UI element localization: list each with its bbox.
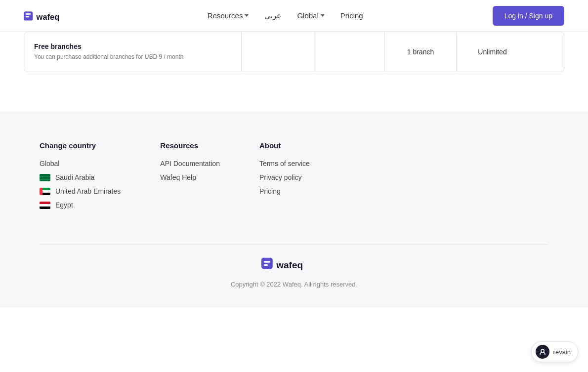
- footer-pricing-link[interactable]: Pricing: [259, 187, 281, 195]
- global-country-link[interactable]: Global: [40, 160, 59, 167]
- uae-country-row: United Arab Emirates: [40, 187, 121, 195]
- global-label: Global: [297, 11, 318, 20]
- svg-rect-5: [263, 261, 270, 262]
- unlimited-value: Unlimited: [478, 48, 506, 56]
- wafeq-help-link[interactable]: Wafeq Help: [160, 173, 196, 181]
- change-country-heading: Change country: [40, 141, 121, 150]
- login-signup-button[interactable]: Log in / Sign up: [493, 6, 564, 26]
- uae-country-label[interactable]: United Arab Emirates: [55, 187, 121, 195]
- nav-arabic-link[interactable]: عربي: [264, 11, 281, 20]
- col-3-cell: 1 branch: [385, 32, 457, 72]
- about-heading: About: [259, 141, 310, 150]
- nav-resources-item[interactable]: Resources: [208, 11, 249, 20]
- terms-of-service-item[interactable]: Terms of service: [259, 160, 310, 167]
- terms-of-service-link[interactable]: Terms of service: [259, 160, 310, 167]
- api-docs-link[interactable]: API Documentation: [160, 160, 220, 167]
- svg-rect-2: [26, 16, 29, 17]
- nav-global-item[interactable]: Global: [297, 11, 324, 20]
- global-chevron-icon: [321, 14, 325, 17]
- branch-value: 1 branch: [407, 48, 434, 56]
- privacy-policy-item[interactable]: Privacy policy: [259, 173, 310, 181]
- saudi-flag-icon: [40, 174, 50, 181]
- resources-heading: Resources: [160, 141, 220, 150]
- feature-description: You can purchase additional branches for…: [34, 52, 183, 61]
- uae-country-item[interactable]: United Arab Emirates: [40, 187, 121, 195]
- feature-info: Free branches You can purchase additiona…: [34, 42, 183, 61]
- svg-rect-6: [263, 264, 268, 266]
- global-country-item[interactable]: Global: [40, 160, 121, 167]
- main-content: Free branches You can purchase additiona…: [0, 32, 588, 112]
- egypt-country-item[interactable]: Egypt: [40, 201, 121, 209]
- feature-cell: Free branches You can purchase additiona…: [24, 32, 242, 72]
- col-1-cell: [242, 32, 313, 72]
- saudi-country-label[interactable]: Saudi Arabia: [55, 173, 94, 181]
- logo[interactable]: wafeq: [24, 8, 78, 24]
- saudi-country-item[interactable]: Saudi Arabia: [40, 173, 121, 181]
- footer-bottom: wafeq Copyright © 2022 Wafeq. All rights…: [40, 245, 548, 288]
- egypt-flag-icon: [40, 202, 50, 209]
- svg-text:wafeq: wafeq: [276, 260, 303, 270]
- table-row: Free branches You can purchase additiona…: [24, 32, 564, 72]
- copyright-text: Copyright © 2022 Wafeq. All rights reser…: [231, 281, 357, 288]
- country-list: Global Saudi Arabia: [40, 160, 121, 209]
- wafeq-help-item[interactable]: Wafeq Help: [160, 173, 220, 181]
- footer-logo: wafeq: [261, 255, 327, 273]
- nav-arabic-item[interactable]: عربي: [264, 11, 281, 20]
- nav-links: Resources عربي Global Pricing: [208, 11, 363, 20]
- api-docs-item[interactable]: API Documentation: [160, 160, 220, 167]
- nav-resources-link[interactable]: Resources: [208, 11, 249, 20]
- nav-global-link[interactable]: Global: [297, 11, 324, 20]
- resources-label: Resources: [208, 11, 243, 20]
- egypt-country-row: Egypt: [40, 201, 121, 209]
- col-2-cell: [313, 32, 385, 72]
- navbar: wafeq Resources عربي Global Pricing Log …: [0, 0, 588, 32]
- footer: Change country Global Saudi Arabia: [0, 112, 588, 308]
- resources-chevron-icon: [245, 14, 249, 17]
- svg-text:wafeq: wafeq: [36, 12, 60, 21]
- auth-buttons: Log in / Sign up: [493, 6, 564, 26]
- feature-name: Free branches: [34, 42, 183, 50]
- pricing-table: Free branches You can purchase additiona…: [24, 32, 564, 72]
- wafeq-logo-svg: wafeq: [24, 8, 78, 24]
- col-4-cell: Unlimited: [457, 32, 528, 72]
- resources-list: API Documentation Wafeq Help: [160, 160, 220, 181]
- footer-pricing-item[interactable]: Pricing: [259, 187, 310, 195]
- footer-resources: Resources API Documentation Wafeq Help: [160, 141, 220, 215]
- nav-pricing-item[interactable]: Pricing: [340, 11, 363, 20]
- privacy-policy-link[interactable]: Privacy policy: [259, 173, 302, 181]
- saudi-country-row: Saudi Arabia: [40, 173, 121, 181]
- svg-rect-4: [261, 258, 273, 269]
- uae-flag-icon: [40, 188, 50, 195]
- footer-about: About Terms of service Privacy policy Pr…: [259, 141, 310, 215]
- egypt-country-label[interactable]: Egypt: [55, 201, 73, 209]
- footer-columns: Change country Global Saudi Arabia: [40, 141, 548, 215]
- svg-rect-1: [26, 13, 31, 14]
- about-list: Terms of service Privacy policy Pricing: [259, 160, 310, 195]
- nav-pricing-link[interactable]: Pricing: [340, 11, 363, 20]
- footer-change-country: Change country Global Saudi Arabia: [40, 141, 121, 215]
